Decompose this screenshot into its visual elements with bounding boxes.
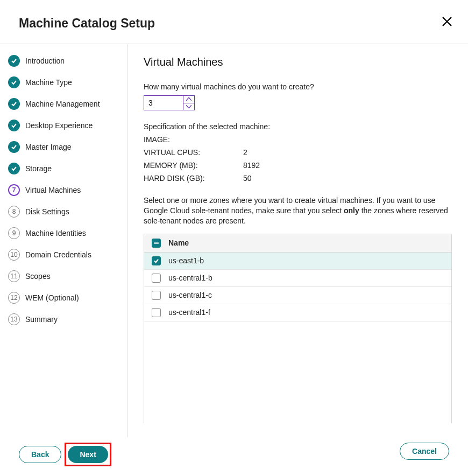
step-number-badge: 12 (8, 292, 20, 304)
step-number-badge: 9 (8, 227, 20, 239)
zone-checkbox[interactable] (152, 308, 161, 317)
wizard-step-label: WEM (Optional) (25, 293, 79, 302)
vm-count-field (144, 95, 195, 110)
next-button[interactable]: Next (68, 446, 108, 463)
select-all-checkbox[interactable] (152, 239, 161, 248)
wizard-step-label: Master Image (25, 143, 72, 151)
step-number-badge: 8 (8, 206, 20, 218)
spec-value: 50 (243, 174, 252, 183)
wizard-step: 10Domain Credentials (8, 249, 127, 261)
spec-key: IMAGE: (144, 135, 243, 144)
step-number-badge: 11 (8, 270, 20, 282)
column-header-name: Name (168, 239, 189, 247)
wizard-step[interactable]: Storage (8, 163, 127, 174)
spec-key: MEMORY (MB): (144, 161, 243, 170)
page-heading: Virtual Machines (144, 56, 452, 68)
spec-title: Specification of the selected machine: (144, 122, 452, 131)
wizard-step-label: Machine Type (25, 78, 72, 87)
zone-row[interactable]: us-central1-f (144, 304, 451, 321)
wizard-step-label: Introduction (25, 57, 65, 65)
wizard-step-label: Desktop Experience (25, 121, 93, 130)
check-icon (8, 120, 20, 131)
spec-row: MEMORY (MB):8192 (144, 161, 452, 170)
zone-instructions: Select one or more zones where you want … (144, 195, 452, 226)
spec-table: IMAGE:VIRTUAL CPUS:2MEMORY (MB):8192HARD… (144, 135, 452, 187)
dialog-title: Machine Catalog Setup (19, 16, 155, 31)
zones-grid: Name us-east1-bus-central1-bus-central1-… (144, 234, 452, 423)
wizard-step-label: Machine Management (25, 100, 100, 108)
check-icon (8, 163, 20, 174)
spec-row: VIRTUAL CPUS:2 (144, 148, 452, 157)
wizard-step[interactable]: 7Virtual Machines (8, 184, 127, 196)
vm-count-input[interactable] (144, 96, 183, 110)
wizard-step[interactable]: Machine Type (8, 76, 127, 88)
cancel-button[interactable]: Cancel (400, 443, 449, 460)
spec-value: 8192 (243, 161, 260, 170)
wizard-step[interactable]: Machine Management (8, 98, 127, 110)
wizard-step[interactable]: Master Image (8, 141, 127, 153)
wizard-step-label: Domain Credentials (25, 250, 91, 259)
spec-row: IMAGE: (144, 135, 452, 144)
step-number-badge: 10 (8, 249, 20, 261)
wizard-steps: IntroductionMachine TypeMachine Manageme… (0, 44, 127, 437)
wizard-step-label: Virtual Machines (25, 186, 81, 194)
vm-count-up-icon[interactable] (183, 96, 194, 103)
wizard-step-label: Machine Identities (25, 229, 86, 237)
step-number-badge: 7 (8, 184, 20, 196)
zone-row[interactable]: us-central1-b (144, 270, 451, 287)
wizard-step: 9Machine Identities (8, 227, 127, 239)
zone-name: us-central1-f (168, 308, 210, 317)
svg-rect-0 (154, 242, 159, 243)
back-button[interactable]: Back (19, 446, 61, 463)
count-question: How many virtual machines do you want to… (144, 82, 452, 91)
zone-name: us-east1-b (168, 256, 204, 265)
spec-value: 2 (243, 148, 247, 157)
check-icon (8, 55, 20, 67)
wizard-step[interactable]: Desktop Experience (8, 120, 127, 131)
wizard-step-label: Summary (25, 315, 58, 324)
wizard-step-label: Storage (25, 164, 52, 173)
check-icon (8, 141, 20, 153)
wizard-step: 11Scopes (8, 270, 127, 282)
check-icon (8, 98, 20, 110)
zone-note-bold: only (344, 206, 359, 215)
check-icon (8, 76, 20, 88)
spec-row: HARD DISK (GB):50 (144, 174, 452, 183)
wizard-step[interactable]: Introduction (8, 55, 127, 67)
zone-checkbox[interactable] (152, 291, 161, 300)
zone-row[interactable]: us-central1-c (144, 287, 451, 304)
wizard-step: 12WEM (Optional) (8, 292, 127, 304)
zone-checkbox[interactable] (152, 274, 161, 283)
wizard-step: 8Disk Settings (8, 206, 127, 218)
wizard-step: 13Summary (8, 313, 127, 325)
wizard-step-label: Scopes (25, 272, 51, 281)
close-icon[interactable] (442, 15, 452, 29)
zone-name: us-central1-c (168, 291, 212, 299)
spec-key: VIRTUAL CPUS: (144, 148, 243, 157)
next-button-highlight: Next (65, 443, 111, 466)
vm-count-down-icon[interactable] (183, 103, 194, 110)
spec-key: HARD DISK (GB): (144, 174, 243, 183)
wizard-step-label: Disk Settings (25, 207, 69, 216)
zone-checkbox[interactable] (152, 256, 161, 265)
zone-row[interactable]: us-east1-b (144, 253, 451, 270)
zone-name: us-central1-b (168, 274, 212, 282)
step-number-badge: 13 (8, 313, 20, 325)
